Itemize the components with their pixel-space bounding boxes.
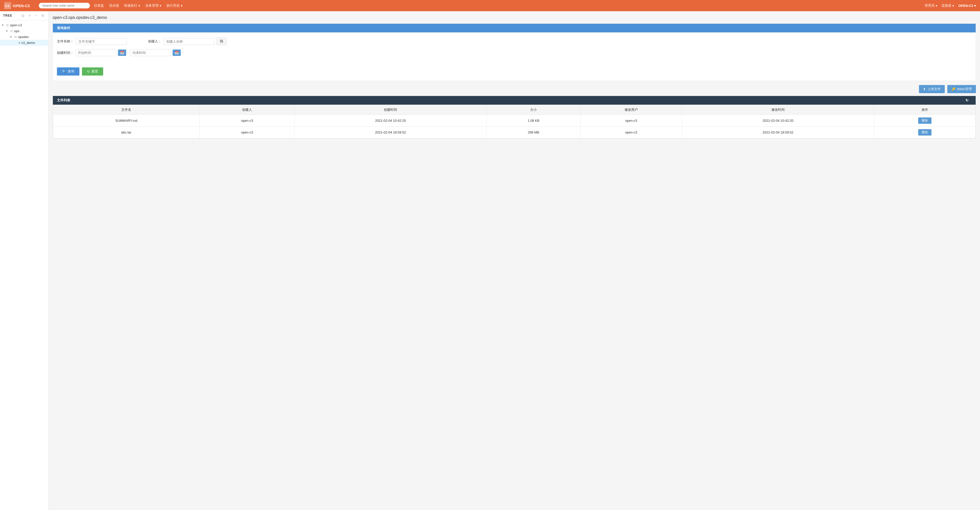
cell-create-time: 2021-02-04 18:59:52 bbox=[294, 127, 487, 138]
nav-history[interactable]: 执行历史 ▾ bbox=[167, 3, 183, 8]
col-modify-time: 修改时间 bbox=[682, 105, 874, 115]
cell-create-time: 2021-02-04 10:42:20 bbox=[294, 115, 487, 127]
table-row: SUMMARY.md open-c3 2021-02-04 10:42:20 1… bbox=[53, 115, 976, 127]
reset-button[interactable]: ↻ 重置 bbox=[82, 67, 103, 76]
nav-dashboard[interactable]: 仪表盘 bbox=[94, 3, 104, 8]
sidebar-item-c3-demo[interactable]: ≡ c3_demo bbox=[0, 40, 48, 46]
refresh-icon[interactable]: ↻ bbox=[41, 13, 45, 18]
cell-modifier: open-c3 bbox=[581, 115, 682, 127]
form-row-1: 文件名称： 创建人： 我 bbox=[57, 38, 972, 45]
date-range: 📅 - 📅 bbox=[76, 49, 181, 56]
chevron-down-icon: ▾ bbox=[181, 4, 183, 8]
start-date-input[interactable] bbox=[76, 49, 116, 56]
app-name: OPEN-C3 bbox=[13, 3, 30, 8]
cell-modifier: open-c3 bbox=[581, 127, 682, 138]
chevron-icon: ▾ bbox=[2, 24, 5, 27]
cell-filename: abc.tar bbox=[53, 127, 200, 138]
key-icon: 🔑 bbox=[951, 87, 956, 91]
page-title: open-c3.ops.opsdev.c3_demo bbox=[52, 15, 976, 20]
sidebar-header: TREE ⊙ + − ↻ bbox=[0, 11, 48, 20]
table-refresh-icon[interactable]: ↻ bbox=[966, 98, 972, 102]
main-layout: TREE ⊙ + − ↻ ▾ ⊂ open-c3 ▾ ⊂ ops bbox=[0, 11, 980, 510]
date-dash: - bbox=[128, 51, 129, 55]
filename-label: 文件名称： bbox=[57, 39, 73, 44]
col-size: 大小 bbox=[487, 105, 581, 115]
cell-filename: SUMMARY.md bbox=[53, 115, 200, 127]
nav-links: 仪表盘 流水线 快速执行 ▾ 业务管理 ▾ 执行历史 ▾ bbox=[94, 3, 921, 8]
query-button[interactable]: 🔍 查询 bbox=[57, 67, 80, 76]
chevron-icon: ▾ bbox=[6, 29, 9, 33]
nav-business[interactable]: 业务管理 ▾ bbox=[145, 3, 161, 8]
minus-icon[interactable]: − bbox=[34, 13, 38, 18]
app-logo[interactable]: C3 OPEN-C3 bbox=[4, 2, 35, 9]
nav-connector[interactable]: 连接器 ▾ bbox=[942, 3, 954, 8]
sidebar-item-open-c3[interactable]: ▾ ⊂ open-c3 bbox=[0, 22, 48, 28]
filename-input[interactable] bbox=[76, 38, 127, 45]
list-icon: ≡ bbox=[18, 41, 21, 44]
table-head: 文件名 创建人 创建时间 大小 修改用户 修改时间 操作 bbox=[53, 105, 976, 115]
search-icon: 🔍 bbox=[62, 70, 66, 73]
tree-container: ▾ ⊂ open-c3 ▾ ⊂ ops ▾ ⊂ opsdev ≡ c3_demo bbox=[0, 20, 48, 48]
cell-modify-time: 2021-02-04 10:42:20 bbox=[682, 115, 874, 127]
me-button[interactable]: 我 bbox=[216, 38, 226, 45]
chevron-down-icon: ▾ bbox=[974, 4, 976, 8]
svg-text:C3: C3 bbox=[5, 4, 10, 8]
location-icon[interactable]: ⊙ bbox=[21, 13, 25, 18]
query-body: 文件名称： 创建人： 我 创建时间： 📅 bbox=[53, 32, 976, 65]
delete-button[interactable]: 删除 bbox=[918, 129, 931, 135]
sidebar-title: TREE bbox=[3, 14, 12, 17]
delete-button[interactable]: 删除 bbox=[918, 118, 931, 124]
chevron-down-icon: ▾ bbox=[935, 4, 937, 8]
col-filename: 文件名 bbox=[53, 105, 200, 115]
cell-size: 298 MB bbox=[487, 127, 581, 138]
col-modifier: 修改用户 bbox=[581, 105, 682, 115]
nav-right: 管理员 ▾ 连接器 ▾ OPEN-C3 ▾ bbox=[924, 3, 976, 8]
col-action: 操作 bbox=[874, 105, 976, 115]
nav-open-c3[interactable]: OPEN-C3 ▾ bbox=[958, 4, 976, 8]
folder-icon: ⊂ bbox=[10, 29, 13, 33]
table-row: abc.tar open-c3 2021-02-04 18:59:52 298 … bbox=[53, 127, 976, 138]
token-button[interactable]: 🔑 token管理 bbox=[947, 85, 976, 93]
sidebar-icons: ⊙ + − ↻ bbox=[21, 13, 45, 18]
cell-size: 1.08 KB bbox=[487, 115, 581, 127]
chevron-down-icon: ▾ bbox=[159, 4, 161, 8]
chevron-down-icon: ▾ bbox=[953, 4, 954, 8]
cell-creator: open-c3 bbox=[200, 115, 295, 127]
cell-creator: open-c3 bbox=[200, 127, 295, 138]
plus-icon[interactable]: + bbox=[27, 13, 32, 18]
nav-pipeline[interactable]: 流水线 bbox=[109, 3, 119, 8]
start-calendar-button[interactable]: 📅 bbox=[118, 49, 126, 56]
cell-action: 删除 bbox=[874, 127, 976, 138]
search-input[interactable] bbox=[39, 3, 90, 8]
creator-input[interactable] bbox=[164, 38, 215, 45]
nav-quick-exec[interactable]: 快速执行 ▾ bbox=[124, 3, 140, 8]
upload-button[interactable]: ⬆ 上传文件 bbox=[919, 85, 945, 93]
file-table: 文件名 创建人 创建时间 大小 修改用户 修改时间 操作 SUMMARY.md … bbox=[53, 105, 976, 138]
nav-admin[interactable]: 管理员 ▾ bbox=[924, 3, 937, 8]
table-body: SUMMARY.md open-c3 2021-02-04 10:42:20 1… bbox=[53, 115, 976, 138]
table-header-row: 文件名 创建人 创建时间 大小 修改用户 修改时间 操作 bbox=[53, 105, 976, 115]
time-group: 创建时间： 📅 - 📅 bbox=[57, 49, 181, 56]
end-calendar-button[interactable]: 📅 bbox=[173, 49, 181, 56]
refresh-icon: ↻ bbox=[87, 70, 90, 73]
col-creator: 创建人 bbox=[200, 105, 295, 115]
file-list-header: 文件列表 ↻ bbox=[53, 96, 976, 105]
cell-action: 删除 bbox=[874, 115, 976, 127]
query-section-header: 查询条件 bbox=[53, 24, 976, 32]
top-buttons: ⬆ 上传文件 🔑 token管理 bbox=[52, 85, 976, 93]
upload-icon: ⬆ bbox=[923, 87, 926, 91]
query-card: 查询条件 文件名称： 创建人： 我 bbox=[52, 24, 976, 81]
end-date-input[interactable] bbox=[130, 49, 171, 56]
chevron-down-icon: ▾ bbox=[138, 4, 140, 8]
col-create-time: 创建时间 bbox=[294, 105, 487, 115]
sidebar-item-opsdev[interactable]: ▾ ⊂ opsdev bbox=[0, 34, 48, 40]
file-list-card: 文件列表 ↻ 文件名 创建人 创建时间 大小 修改用户 修改时间 操作 bbox=[52, 96, 976, 138]
cell-modify-time: 2021-02-04 18:59:52 bbox=[682, 127, 874, 138]
time-label: 创建时间： bbox=[57, 51, 73, 55]
chevron-icon: ▾ bbox=[10, 35, 13, 38]
top-nav: C3 OPEN-C3 仪表盘 流水线 快速执行 ▾ 业务管理 ▾ 执行历史 ▾ … bbox=[0, 0, 980, 11]
sidebar-item-ops[interactable]: ▾ ⊂ ops bbox=[0, 28, 48, 34]
form-row-2: 创建时间： 📅 - 📅 bbox=[57, 49, 972, 56]
action-row: 🔍 查询 ↻ 重置 bbox=[53, 65, 976, 81]
sidebar: TREE ⊙ + − ↻ ▾ ⊂ open-c3 ▾ ⊂ ops bbox=[0, 11, 49, 510]
